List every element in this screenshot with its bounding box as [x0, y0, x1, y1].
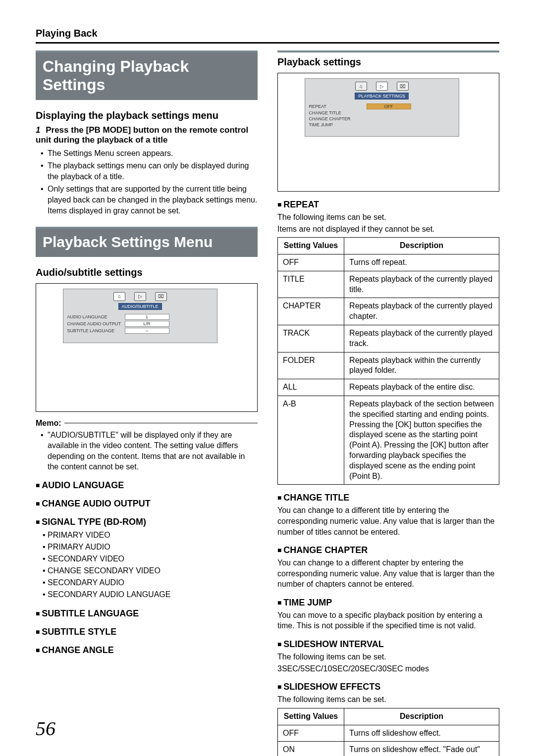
cell-value: CHAPTER — [278, 298, 344, 325]
cell-desc: Repeats playback of the currently played… — [344, 271, 499, 298]
cell-desc: Turns off slideshow effect. — [344, 725, 499, 742]
item-subtitle-style: SUBTITLE STYLE — [36, 627, 258, 637]
section-title: Changing Playback Settings — [36, 52, 258, 100]
memo-body: "AUDIO/SUBTITLE" will be displayed only … — [36, 430, 258, 472]
osd-value: OFF — [367, 103, 411, 109]
item-change-chapter: CHANGE CHAPTER — [277, 545, 499, 555]
item-time-jump: TIME JUMP — [277, 598, 499, 608]
left-column: Changing Playback Settings Displaying th… — [36, 50, 258, 756]
list-item: PRIMARY VIDEO — [43, 529, 258, 541]
th-description: Description — [344, 708, 499, 725]
signal-type-list: PRIMARY VIDEO PRIMARY AUDIO SECONDARY VI… — [36, 529, 258, 601]
memo-label: Memo: — [36, 419, 61, 428]
osd-key: REPEAT — [309, 104, 364, 109]
osd-key: SUBTITLE LANGUAGE — [67, 328, 122, 333]
osd-key: CHANGE TITLE — [309, 110, 364, 115]
list-item: SECONDARY VIDEO — [43, 553, 258, 565]
note: The playback settings menu can only be d… — [43, 160, 258, 182]
table-row: FOLDERRepeats playback within the curren… — [278, 352, 499, 379]
osd-tab-bar: ♫ ▷ ⌧ — [309, 82, 455, 91]
list-item: PRIMARY AUDIO — [43, 541, 258, 553]
slideshow-interval-modes: 3SEC/5SEC/10SEC/20SEC/30SEC modes — [277, 663, 499, 674]
effects-table: Setting Values Description OFFTurns off … — [277, 708, 499, 756]
item-slideshow-effects: SLIDESHOW EFFECTS — [277, 682, 499, 692]
cell-value: A-B — [278, 396, 344, 484]
list-item: SECONDARY AUDIO — [43, 577, 258, 589]
right-column: Playback settings ♫ ▷ ⌧ PLAYBACK SETTING… — [277, 50, 499, 756]
osd-screenshot-playback-settings: ♫ ▷ ⌧ PLAYBACK SETTINGS REPEAT OFF CHANG… — [277, 73, 499, 192]
cell-desc: Repeats playback of the currently played… — [344, 298, 499, 325]
osd-value: – — [125, 328, 169, 334]
memo-header: Memo: — [36, 419, 258, 428]
item-audio-language: AUDIO LANGUAGE — [36, 480, 258, 491]
subhead-playback-settings: Playback settings — [277, 56, 499, 68]
video-icon: ⌧ — [155, 292, 167, 301]
th-description: Description — [344, 238, 499, 254]
cell-value: TITLE — [278, 271, 344, 298]
osd-key: AUDIO LANGUAGE — [67, 314, 122, 319]
osd-row: SUBTITLE LANGUAGE – — [67, 328, 213, 334]
osd-row: CHANGE AUDIO OUTPUT L/R — [67, 321, 213, 327]
breadcrumb: Playing Back — [36, 28, 499, 39]
item-change-title: CHANGE TITLE — [277, 493, 499, 503]
table-row: OFFTurns off repeat. — [278, 254, 499, 271]
repeat-intro: The following items can be set. — [277, 212, 499, 223]
osd-tab-label: PLAYBACK SETTINGS — [355, 93, 408, 100]
item-change-audio-output: CHANGE AUDIO OUTPUT — [36, 499, 258, 509]
step-1: 1 Press the [PB MODE] button on the remo… — [36, 125, 258, 145]
slideshow-interval-text: The following items can be set. — [277, 652, 499, 662]
osd-panel: ♫ ▷ ⌧ PLAYBACK SETTINGS REPEAT OFF CHANG… — [305, 78, 459, 137]
music-note-icon: ♫ — [113, 292, 125, 301]
osd-value: L/R — [125, 321, 169, 327]
osd-key: CHANGE CHAPTER — [309, 116, 364, 121]
section-changing-playback-settings: Changing Playback Settings — [36, 50, 258, 100]
time-jump-text: You can move to a specific playback posi… — [277, 610, 499, 631]
music-note-icon: ♫ — [355, 82, 367, 91]
cell-value: ALL — [278, 379, 344, 396]
note: Only settings that are supported by the … — [43, 184, 258, 216]
osd-tab-bar: ♫ ▷ ⌧ — [67, 292, 213, 301]
cell-desc: Repeats playback of the currently played… — [344, 325, 499, 352]
item-change-angle: CHANGE ANGLE — [36, 645, 258, 655]
cell-value: OFF — [278, 725, 344, 742]
repeat-intro-2: Items are not displayed if they cannot b… — [277, 224, 499, 235]
memo-rule — [64, 423, 258, 423]
step-number: 1 — [36, 125, 40, 135]
slideshow-effects-text: The following items can be set. — [277, 694, 499, 705]
osd-row: TIME JUMP — [309, 122, 455, 127]
note: The Settings Menu screen appears. — [43, 148, 258, 159]
th-values: Setting Values — [278, 708, 344, 725]
subhead-displaying-playback-settings: Displaying the playback settings menu — [36, 110, 258, 121]
cell-value: TRACK — [278, 325, 344, 352]
cell-desc: Turns on slideshow effect. "Fade out" an… — [344, 742, 499, 756]
osd-row: AUDIO LANGUAGE 1 — [67, 314, 213, 320]
step-text: Press the [PB MODE] button on the remote… — [36, 125, 248, 145]
table-row: CHAPTERRepeats playback of the currently… — [278, 298, 499, 325]
osd-screenshot-audio-subtitle: ♫ ▷ ⌧ AUDIO/SUBTITLE AUDIO LANGUAGE 1 CH… — [36, 283, 258, 412]
osd-row: CHANGE CHAPTER — [309, 116, 455, 121]
manual-page: Playing Back Changing Playback Settings … — [0, 0, 535, 756]
subhead-audio-subtitle-settings: Audio/subtitle settings — [36, 267, 258, 278]
th-values: Setting Values — [278, 238, 344, 254]
section-playback-settings-menu: Playback Settings Menu — [36, 227, 258, 257]
banner-accent — [277, 50, 499, 52]
change-chapter-text: You can change to a different chapter by… — [277, 557, 499, 590]
play-icon: ▷ — [134, 292, 146, 301]
osd-panel: ♫ ▷ ⌧ AUDIO/SUBTITLE AUDIO LANGUAGE 1 CH… — [63, 289, 217, 343]
cell-value: OFF — [278, 254, 344, 271]
page-number: 56 — [36, 717, 55, 740]
cell-desc: Turns off repeat. — [344, 254, 499, 271]
table-row: ONTurns on slideshow effect. "Fade out" … — [278, 742, 499, 756]
memo-text: "AUDIO/SUBTITLE" will be displayed only … — [43, 430, 258, 472]
video-icon: ⌧ — [397, 82, 409, 91]
table-header-row: Setting Values Description — [278, 708, 499, 725]
osd-row: REPEAT OFF — [309, 103, 455, 109]
cell-value: FOLDER — [278, 352, 344, 379]
table-row: ALLRepeats playback of the entire disc. — [278, 379, 499, 396]
two-column-layout: Changing Playback Settings Displaying th… — [36, 50, 499, 756]
cell-desc: Repeats playback within the currently pl… — [344, 352, 499, 379]
item-subtitle-language: SUBTITLE LANGUAGE — [36, 608, 258, 619]
list-item: SECONDARY AUDIO LANGUAGE — [43, 589, 258, 601]
item-repeat: REPEAT — [277, 200, 499, 210]
list-item: CHANGE SECONDARY VIDEO — [43, 565, 258, 577]
